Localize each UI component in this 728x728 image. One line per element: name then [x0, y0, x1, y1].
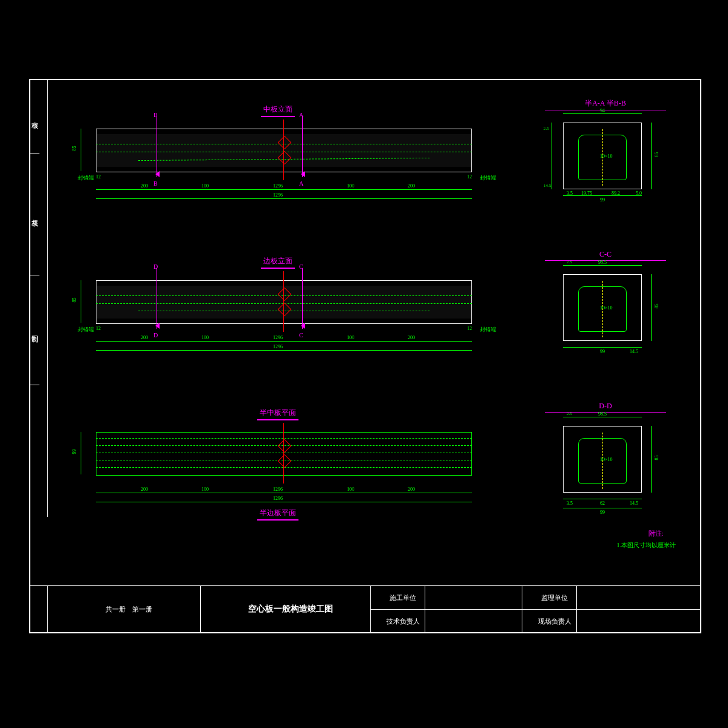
- drawing-area: 中板立面 B B A A 封锚端 封锚端 85 200 100 1296 100…: [47, 80, 700, 586]
- section-dd: D-D 10×10 98.5 2.5 3.5 62 14.5 99 85: [545, 402, 666, 511]
- side-review: 审核: [30, 80, 39, 153]
- view-side-elevation: 边板立面 D D C C 封锚端 封锚端 85 200 100 1296 100…: [72, 250, 496, 359]
- view-plan: 半中板平面 99 200 100 1296 100 200 1296 半边板平面: [72, 402, 496, 511]
- section-cc: C-C 10×10 98.5 2.5 99 14.5 85: [545, 250, 666, 359]
- section-ab: 半A-A 半B-B 10×10 94 99 3.5 19.75 89.2 5.0…: [545, 98, 666, 207]
- side-draft: 制图: [30, 275, 39, 385]
- notes-header: 附注:: [649, 529, 664, 538]
- view-middle-elevation: 中板立面 B B A A 封锚端 封锚端 85 200 100 1296 100…: [72, 98, 496, 207]
- note-1: 1.本图尺寸均以厘米计: [617, 541, 676, 550]
- side-check: 复核: [30, 153, 39, 275]
- title-block: 共一册 第一册 空心板一般构造竣工图 施工单位 技术负责人 监理单位 现场负责人: [30, 585, 700, 632]
